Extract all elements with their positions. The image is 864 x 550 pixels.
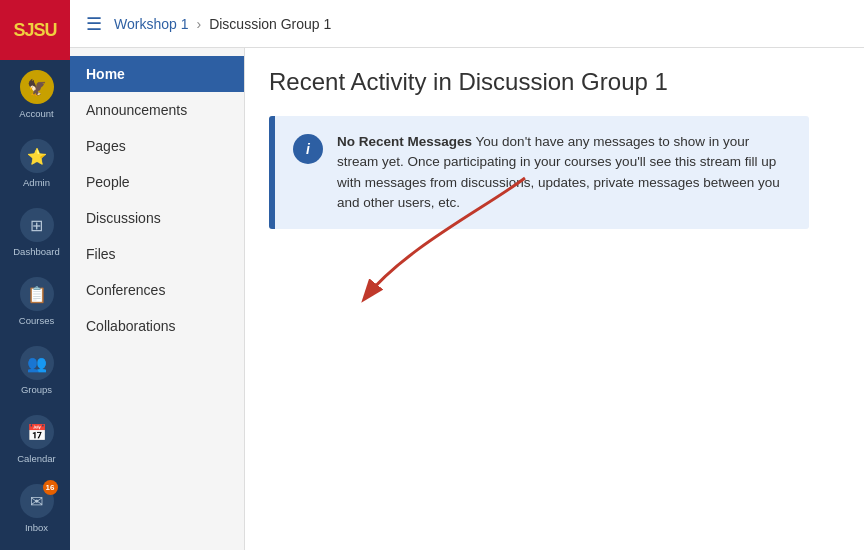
hamburger-menu-icon[interactable]: ☰ [86, 13, 102, 35]
side-nav-item-files[interactable]: Files [70, 236, 244, 272]
breadcrumb-current: Discussion Group 1 [209, 16, 331, 32]
breadcrumb-bar: ☰ Workshop 1 › Discussion Group 1 [70, 0, 864, 48]
sidebar-item-admin[interactable]: ⭐ Admin [0, 129, 70, 198]
main-content: Recent Activity in Discussion Group 1 i … [245, 48, 864, 550]
side-nav-item-conferences[interactable]: Conferences [70, 272, 244, 308]
sidebar-item-account-label: Account [19, 108, 53, 119]
sidebar-item-dashboard-label: Dashboard [13, 246, 59, 257]
sidebar-item-dashboard[interactable]: ⊞ Dashboard [0, 198, 70, 267]
content-area: Home Announcements Pages People Discussi… [70, 48, 864, 550]
side-nav-item-announcements[interactable]: Announcements [70, 92, 244, 128]
page-title: Recent Activity in Discussion Group 1 [269, 68, 840, 96]
info-text: No Recent Messages You don't have any me… [337, 132, 791, 213]
sidebar-item-inbox[interactable]: ✉ 16 Inbox [0, 474, 70, 543]
dashboard-icon: ⊞ [20, 208, 54, 242]
sidebar-item-courses[interactable]: 📋 Courses [0, 267, 70, 336]
inbox-badge-wrap: ✉ 16 [20, 484, 54, 518]
sidebar-item-groups[interactable]: 👥 Groups [0, 336, 70, 405]
global-nav: SJSU 🦅 Account ⭐ Admin ⊞ Dashboard 📋 Cou… [0, 0, 70, 550]
info-icon: i [293, 134, 323, 164]
calendar-icon: 📅 [20, 415, 54, 449]
main-area: ☰ Workshop 1 › Discussion Group 1 Home A… [70, 0, 864, 550]
info-bold: No Recent Messages [337, 134, 472, 149]
groups-icon: 👥 [20, 346, 54, 380]
breadcrumb-separator: › [196, 16, 201, 32]
sidebar-item-courses-label: Courses [19, 315, 54, 326]
account-avatar: 🦅 [20, 70, 54, 104]
sidebar-item-calendar[interactable]: 📅 Calendar [0, 405, 70, 474]
courses-icon: 📋 [20, 277, 54, 311]
sidebar-item-account[interactable]: 🦅 Account [0, 60, 70, 129]
sidebar-item-admin-label: Admin [23, 177, 50, 188]
side-nav: Home Announcements Pages People Discussi… [70, 48, 245, 550]
breadcrumb-link-workshop[interactable]: Workshop 1 [114, 16, 188, 32]
side-nav-item-people[interactable]: People [70, 164, 244, 200]
brand-logo: SJSU [0, 0, 70, 60]
side-nav-item-collaborations[interactable]: Collaborations [70, 308, 244, 344]
side-nav-item-home[interactable]: Home [70, 56, 244, 92]
side-nav-item-discussions[interactable]: Discussions [70, 200, 244, 236]
info-box: i No Recent Messages You don't have any … [269, 116, 809, 229]
sidebar-item-calendar-label: Calendar [17, 453, 56, 464]
sidebar-item-inbox-label: Inbox [25, 522, 48, 533]
admin-icon: ⭐ [20, 139, 54, 173]
sidebar-item-groups-label: Groups [21, 384, 52, 395]
inbox-badge: 16 [43, 480, 58, 495]
side-nav-item-pages[interactable]: Pages [70, 128, 244, 164]
